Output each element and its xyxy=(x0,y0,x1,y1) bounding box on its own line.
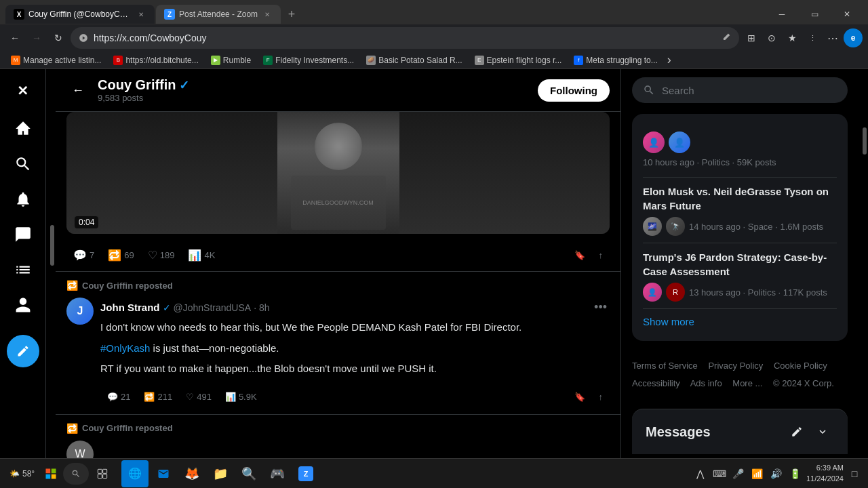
svg-rect-4 xyxy=(98,469,102,473)
repost-1-hashtag[interactable]: #OnlyKash xyxy=(100,342,150,354)
bookmark-fidelity[interactable]: F Fidelity Investments... xyxy=(258,54,359,67)
back-profile-button[interactable]: ← xyxy=(66,79,90,102)
x-logo-button[interactable]: ✕ xyxy=(7,75,39,107)
taskbar-clock[interactable]: 6:39 AM 11/24/2024 xyxy=(806,463,844,484)
forward-button[interactable]: → xyxy=(27,28,46,47)
battery-icon[interactable]: 🔋 xyxy=(787,466,804,482)
volume-icon[interactable]: 🔊 xyxy=(768,466,785,482)
bookmark-listings[interactable]: M Manage active listin... xyxy=(5,54,106,67)
bookmarks-more-button[interactable]: › xyxy=(665,53,674,67)
new-tab-button[interactable]: + xyxy=(282,5,301,24)
search-input[interactable] xyxy=(662,85,837,96)
cookie-link[interactable]: Cookie Policy xyxy=(774,361,827,371)
reply-action[interactable]: 💬 7 xyxy=(66,245,101,266)
profile-button[interactable]: ⊙ xyxy=(762,28,781,47)
task-view-button[interactable] xyxy=(89,460,116,487)
taskbar-edge-button[interactable]: 🌐 xyxy=(121,460,149,487)
weather-widget[interactable]: 🌤️ 58° xyxy=(5,466,39,481)
notifications-nav-button[interactable] xyxy=(7,183,39,216)
messages-compose-button[interactable] xyxy=(785,420,808,443)
lists-nav-button[interactable] xyxy=(7,253,39,286)
repost-1-avatar[interactable]: J xyxy=(66,298,94,325)
bookmark-bitchute-label: https://old.bitchute... xyxy=(125,56,198,65)
bookmark-epstein[interactable]: E Epstein flight logs r... xyxy=(469,54,568,67)
collections-button[interactable]: ⋮ xyxy=(803,28,822,47)
taskbar-outlook-button[interactable] xyxy=(150,460,177,487)
main-feed[interactable]: ← Couy Griffin ✓ 9,583 posts Following xyxy=(56,69,621,458)
taskbar-zoom-button[interactable]: Z xyxy=(292,460,319,487)
taskbar-explorer-button[interactable]: 📁 xyxy=(207,460,234,487)
tab-twitter[interactable]: X Couy Griffin (@CowboyCouy) / X ✕ xyxy=(5,5,155,24)
taskbar-search2-button[interactable]: 🔍 xyxy=(235,460,262,487)
show-more-trends[interactable]: Show more xyxy=(643,309,837,330)
like-action[interactable]: ♡ 189 xyxy=(141,245,182,266)
favorites-button[interactable]: ★ xyxy=(783,28,802,47)
back-button[interactable]: ← xyxy=(5,28,24,47)
trend-item-3[interactable]: Trump's J6 Pardon Strategy: Case-by-Case… xyxy=(643,243,837,309)
url-input[interactable]: https://x.com/CowboyCouy xyxy=(94,33,716,43)
bookmark-potato[interactable]: 🥔 Basic Potato Salad R... xyxy=(361,54,467,67)
taskbar-search-button[interactable] xyxy=(63,463,89,485)
views-action[interactable]: 📊 4K xyxy=(181,245,222,266)
messages-nav-button[interactable] xyxy=(7,218,39,251)
retweet-action[interactable]: 🔁 69 xyxy=(101,245,140,266)
keyboard-icon[interactable]: ⌨ xyxy=(711,466,728,482)
home-nav-button[interactable] xyxy=(7,113,39,145)
extensions-button[interactable]: ⊞ xyxy=(742,28,761,47)
terms-link[interactable]: Terms of Service xyxy=(632,361,698,371)
edge-button[interactable]: e xyxy=(844,28,863,47)
repost-1-more-button[interactable]: ••• xyxy=(591,298,610,317)
repost-1-bookmark[interactable]: 🔖 xyxy=(568,388,592,406)
maximize-button[interactable]: ▭ xyxy=(799,4,830,24)
notification-tray-button[interactable]: □ xyxy=(846,466,863,482)
trend-item-2[interactable]: Elon Musk vs. Neil deGrasse Tyson on Mar… xyxy=(643,178,837,243)
bookmark-bitchute[interactable]: B https://old.bitchute... xyxy=(108,54,203,67)
mic-icon[interactable]: 🎤 xyxy=(730,466,747,482)
bookmark-action[interactable]: 🔖 xyxy=(568,246,592,264)
accessibility-link[interactable]: Accessibility xyxy=(632,378,680,388)
repost-1-retweet-action[interactable]: 🔁 211 xyxy=(137,388,179,406)
repost-2-avatar[interactable]: W xyxy=(66,441,94,459)
ads-link[interactable]: Ads info xyxy=(690,378,722,388)
bookmark-meta[interactable]: f Meta struggling to... xyxy=(568,54,663,67)
reply-icon: 💬 xyxy=(73,249,87,262)
repost-1-verified-icon: ✓ xyxy=(163,302,171,313)
explorer-taskbar-icon: 📁 xyxy=(213,466,228,481)
wifi-icon[interactable]: 📶 xyxy=(749,466,766,482)
profile-nav-button[interactable] xyxy=(7,289,39,321)
tray-up-button[interactable]: ⋀ xyxy=(692,466,709,482)
taskbar-gamepad-button[interactable]: 🎮 xyxy=(264,460,291,487)
share-action[interactable]: ↑ xyxy=(592,246,610,264)
profile-name-text: Couy Griffin xyxy=(98,77,176,93)
svg-rect-1 xyxy=(52,468,56,473)
more-link[interactable]: More ... xyxy=(732,378,762,388)
messages-expand-button[interactable] xyxy=(811,420,834,443)
following-button[interactable]: Following xyxy=(538,79,610,102)
left-scrollbar[interactable] xyxy=(46,69,56,458)
right-scrollbar[interactable] xyxy=(859,69,868,458)
compose-button[interactable] xyxy=(7,335,39,367)
privacy-link[interactable]: Privacy Policy xyxy=(708,361,763,371)
repost-1-share[interactable]: ↑ xyxy=(592,388,610,406)
tab-twitter-close[interactable]: ✕ xyxy=(136,9,146,20)
trend-item-1[interactable]: 👤 👤 10 hours ago · Politics · 59K posts xyxy=(643,125,837,178)
search-box[interactable] xyxy=(632,77,848,103)
repost-1-views-action[interactable]: 📊 5.9K xyxy=(218,388,264,406)
tab-zoom-close[interactable]: ✕ xyxy=(262,9,273,20)
retweet-count: 69 xyxy=(124,250,134,260)
address-bar[interactable]: https://x.com/CowboyCouy xyxy=(71,27,739,49)
taskbar-firefox-button[interactable]: 🦊 xyxy=(178,460,205,487)
bookmark-rumble[interactable]: ▶ Rumble xyxy=(205,54,256,67)
repost-1-reply-action[interactable]: 💬 21 xyxy=(100,388,137,406)
start-button[interactable] xyxy=(39,462,63,486)
repost-1-author-name[interactable]: John Strand xyxy=(100,302,160,313)
tweet-video[interactable]: DANIELGOODWYN.COM 0:04 xyxy=(66,112,610,234)
search-nav-button[interactable] xyxy=(7,148,39,180)
close-button[interactable]: ✕ xyxy=(831,4,863,24)
tab-zoom[interactable]: Z Post Attendee - Zoom ✕ xyxy=(156,5,281,24)
bookmarks-bar: M Manage active listin... B https://old.… xyxy=(0,52,868,69)
minimize-button[interactable]: ─ xyxy=(766,4,797,24)
settings-button[interactable]: ⋯ xyxy=(823,28,842,47)
repost-1-like-action[interactable]: ♡ 491 xyxy=(179,388,218,406)
refresh-button[interactable]: ↻ xyxy=(49,28,68,47)
